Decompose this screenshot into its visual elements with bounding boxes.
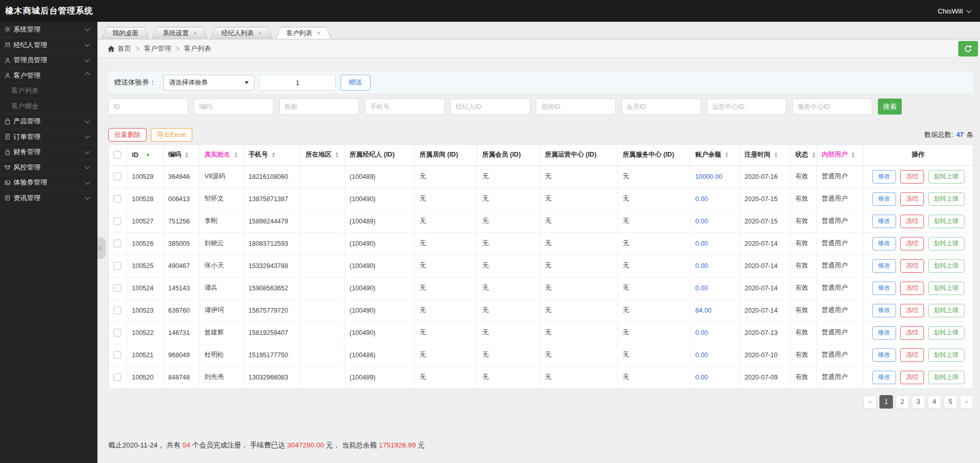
freeze-button[interactable]: 冻结 (900, 259, 924, 273)
transfer-up-button[interactable]: 划转上级 (928, 237, 964, 250)
edit-button[interactable]: 修改 (872, 282, 896, 295)
sidebar-item-1[interactable]: 系统管理 (0, 22, 97, 37)
gift-button[interactable]: 赠送 (340, 75, 371, 91)
coupon-quantity-input[interactable] (259, 75, 336, 91)
page-3[interactable]: 3 (912, 395, 925, 409)
sidebar-item-6[interactable]: 订单管理 (0, 129, 97, 145)
sidebar-subitem-2[interactable]: 客户赠金 (0, 99, 97, 114)
balance-link[interactable]: 0.00 (695, 374, 708, 381)
transfer-up-button[interactable]: 划转上级 (928, 192, 964, 206)
transfer-up-button[interactable]: 划转上级 (928, 304, 964, 317)
transfer-up-button[interactable]: 划转上级 (928, 282, 964, 295)
edit-button[interactable]: 修改 (872, 371, 896, 384)
sort-toggle-icon[interactable]: ▲▼ (851, 152, 855, 158)
transfer-up-button[interactable]: 划转上级 (928, 371, 964, 384)
page-5[interactable]: 5 (944, 395, 957, 409)
row-checkbox[interactable] (113, 306, 121, 314)
user-menu[interactable]: ChisWill (938, 7, 971, 15)
search-input-2[interactable] (194, 99, 274, 115)
row-checkbox[interactable] (113, 240, 121, 247)
sort-toggle-icon[interactable]: ▲▼ (774, 152, 778, 158)
sort-toggle-icon[interactable]: ▲▼ (272, 152, 275, 158)
sort-toggle-icon[interactable]: ▲▼ (185, 152, 189, 158)
row-checkbox[interactable] (113, 373, 121, 381)
transfer-up-button[interactable]: 划转上级 (928, 215, 964, 228)
row-checkbox[interactable] (113, 329, 121, 336)
breadcrumb-item-1[interactable]: 首页 (118, 44, 131, 53)
sidebar-item-3[interactable]: 管理员管理 (0, 52, 97, 68)
close-icon[interactable]: × (193, 30, 197, 36)
edit-button[interactable]: 修改 (872, 348, 896, 362)
sidebar-item-2[interactable]: 经纪人管理 (0, 37, 97, 53)
transfer-up-button[interactable]: 划转上级 (928, 259, 964, 273)
search-button[interactable]: 搜索 (878, 99, 902, 115)
freeze-button[interactable]: 冻结 (900, 170, 924, 184)
balance-link[interactable]: 10000.00 (695, 173, 722, 180)
sidebar-item-9[interactable]: 体验券管理 (0, 175, 97, 190)
sort-toggle-icon[interactable]: ▲▼ (234, 152, 238, 158)
freeze-button[interactable]: 冻结 (900, 282, 924, 295)
batch-delete-button[interactable]: 批量删除 (108, 128, 147, 142)
page-next[interactable]: » (960, 395, 973, 409)
search-input-9[interactable] (792, 99, 872, 115)
page-prev[interactable]: « (863, 395, 877, 409)
search-input-3[interactable] (279, 99, 359, 115)
sort-toggle-icon[interactable]: ▲▼ (725, 152, 729, 158)
close-icon[interactable]: × (317, 30, 321, 36)
search-input-4[interactable] (365, 99, 445, 115)
sidebar-item-5[interactable]: 产品管理 (0, 114, 97, 129)
search-input-1[interactable] (108, 99, 188, 115)
balance-link[interactable]: 0.00 (695, 218, 708, 225)
edit-button[interactable]: 修改 (872, 170, 896, 184)
edit-button[interactable]: 修改 (872, 259, 896, 273)
balance-link[interactable]: 0.00 (695, 285, 708, 292)
freeze-button[interactable]: 冻结 (900, 237, 924, 250)
tab-4[interactable]: 客户列表× (276, 27, 332, 39)
edit-button[interactable]: 修改 (872, 326, 896, 340)
row-checkbox[interactable] (113, 284, 121, 292)
sidebar-collapse-handle[interactable] (97, 237, 106, 259)
transfer-up-button[interactable]: 划转上级 (928, 348, 964, 362)
sidebar-subitem-1[interactable]: 客户列表 (0, 83, 97, 99)
balance-link[interactable]: 0.00 (695, 352, 708, 359)
row-checkbox[interactable] (113, 351, 121, 359)
search-input-5[interactable] (450, 99, 530, 115)
sidebar-item-7[interactable]: 财务管理 (0, 144, 97, 160)
page-4[interactable]: 4 (928, 395, 941, 409)
sort-toggle-icon[interactable]: ▲▼ (335, 152, 339, 158)
page-2[interactable]: 2 (896, 395, 909, 409)
freeze-button[interactable]: 冻结 (900, 371, 924, 384)
balance-link[interactable]: 0.00 (695, 329, 708, 336)
sidebar-item-8[interactable]: 风控管理 (0, 160, 97, 175)
edit-button[interactable]: 修改 (872, 304, 896, 317)
breadcrumb-item-2[interactable]: 客户管理 (144, 44, 171, 53)
search-input-8[interactable] (707, 99, 787, 115)
row-checkbox[interactable] (113, 262, 121, 270)
freeze-button[interactable]: 冻结 (900, 326, 924, 340)
coupon-select[interactable]: 请选择体验券 (163, 75, 254, 91)
edit-button[interactable]: 修改 (872, 237, 896, 250)
row-checkbox[interactable] (113, 195, 121, 203)
sidebar-item-4[interactable]: 客户管理 (0, 68, 97, 83)
edit-button[interactable]: 修改 (872, 215, 896, 228)
sort-desc-icon[interactable]: ▼ (146, 152, 150, 158)
transfer-up-button[interactable]: 划转上级 (928, 326, 964, 340)
tab-2[interactable]: 系统设置× (152, 27, 208, 39)
export-excel-button[interactable]: 导出Excel (151, 128, 192, 142)
sort-toggle-icon[interactable]: ▲▼ (812, 152, 816, 158)
balance-link[interactable]: 0.00 (695, 195, 708, 203)
freeze-button[interactable]: 冻结 (900, 348, 924, 362)
row-checkbox[interactable] (113, 173, 121, 180)
select-all-checkbox[interactable] (113, 151, 121, 159)
freeze-button[interactable]: 冻结 (900, 215, 924, 228)
balance-link[interactable]: 0.00 (695, 240, 708, 247)
sidebar-item-10[interactable]: 资讯管理 (0, 190, 97, 206)
freeze-button[interactable]: 冻结 (900, 192, 924, 206)
page-1[interactable]: 1 (879, 395, 893, 409)
balance-link[interactable]: 84.00 (695, 307, 712, 314)
freeze-button[interactable]: 冻结 (900, 304, 924, 317)
search-input-6[interactable] (536, 99, 616, 115)
close-icon[interactable]: × (259, 30, 262, 36)
edit-button[interactable]: 修改 (872, 192, 896, 206)
refresh-button[interactable] (958, 41, 978, 57)
